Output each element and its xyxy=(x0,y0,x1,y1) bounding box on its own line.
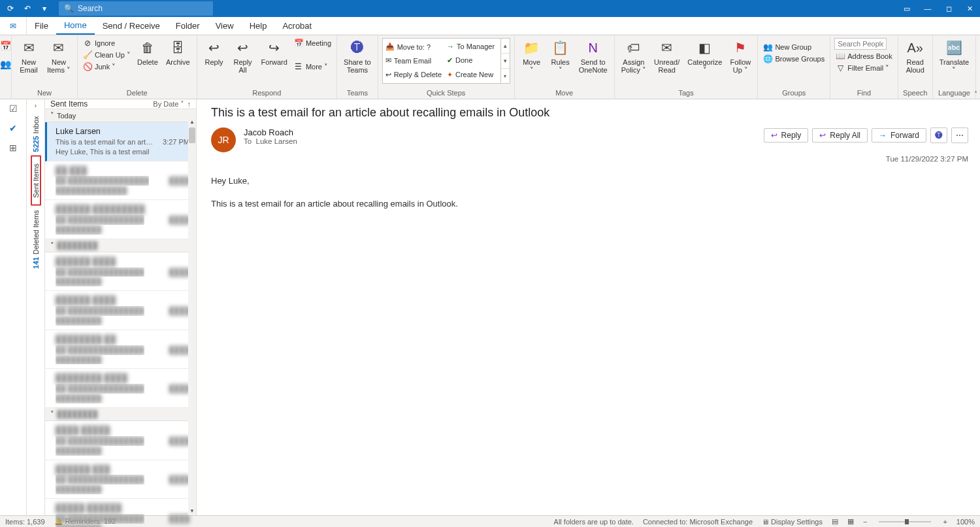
zoom-out-icon[interactable]: − xyxy=(863,518,867,526)
reply-all-button[interactable]: ↩Reply All xyxy=(230,38,256,75)
unread-read-button[interactable]: ✉Unread/ Read xyxy=(651,38,682,75)
message-item[interactable]: ██████ ██████ ██████████████████████████… xyxy=(45,252,196,292)
message-item[interactable]: ████████ ████ ██████████████████████████… xyxy=(45,330,196,369)
message-item[interactable]: ██ █████ ███████████████████████████████… xyxy=(45,162,196,201)
qs-create-new[interactable]: ✦Create New xyxy=(447,71,498,79)
meeting-button[interactable]: 📅Meeting xyxy=(293,38,333,48)
reading-subject: This is a test email for an article abou… xyxy=(211,106,968,120)
people-module-icon[interactable]: 👥 xyxy=(0,59,11,69)
deleted-count: 141 xyxy=(32,257,40,269)
message-item[interactable]: ██████ ██████ ██████████████████████████… xyxy=(45,291,196,330)
collapse-ribbon-icon[interactable]: ˄ xyxy=(974,90,977,97)
move-button[interactable]: 📁Move ˅ xyxy=(519,38,545,75)
todo-module-icon[interactable]: ✔ xyxy=(9,123,17,133)
reply-pill[interactable]: ↩Reply xyxy=(764,128,809,143)
scroll-up-icon[interactable]: ▲ xyxy=(189,118,195,126)
scroll-down-icon[interactable]: ▼ xyxy=(189,507,195,515)
reply-button[interactable]: ↩Reply xyxy=(201,38,227,67)
send-onenote-button[interactable]: NSend to OneNote xyxy=(576,38,610,75)
translate-button[interactable]: 🔤Translate ˅ xyxy=(937,38,972,75)
archive-button[interactable]: 🗄Archive xyxy=(163,38,193,67)
message-item[interactable]: ████ ███████ ███████████████████████████… xyxy=(45,421,196,460)
qs-to-manager[interactable]: →To Manager xyxy=(447,42,498,50)
message-group-today[interactable]: ˅Today xyxy=(45,109,196,122)
more-respond-button[interactable]: ☰More ˅ xyxy=(293,61,333,72)
message-item[interactable]: ████████ ██████ ████████████████████████… xyxy=(45,369,196,408)
tab-folder[interactable]: Folder xyxy=(168,17,208,35)
new-email-button[interactable]: ✉New Email xyxy=(16,38,42,75)
message-item[interactable]: ██████ ███████████ █████████████████████… xyxy=(45,200,196,239)
refresh-icon[interactable]: ⟳ xyxy=(4,2,17,15)
undo-icon[interactable]: ↶ xyxy=(21,2,34,15)
minimize-icon[interactable]: — xyxy=(917,0,938,17)
ignore-button[interactable]: ⊘Ignore xyxy=(82,38,132,48)
sort-direction-icon[interactable]: ↑ xyxy=(188,100,191,108)
message-group[interactable]: ˅████████ xyxy=(45,239,196,252)
qat-dropdown-icon[interactable]: ▾ xyxy=(38,2,51,15)
tab-help[interactable]: Help xyxy=(242,17,275,35)
assign-policy-button[interactable]: 🏷Assign Policy ˅ xyxy=(619,38,649,75)
mail-module-icon[interactable]: ✉ xyxy=(0,17,27,35)
close-icon[interactable]: ✕ xyxy=(959,0,980,17)
rules-button[interactable]: 📋Rules ˅ xyxy=(547,38,574,75)
folder-deleted-items[interactable]: 141 Deleted Items xyxy=(32,206,40,273)
filter-email-button[interactable]: ▽Filter Email ˅ xyxy=(834,63,893,73)
tab-home[interactable]: Home xyxy=(56,17,95,35)
qs-move-to[interactable]: 📥Move to: ? xyxy=(385,42,442,51)
new-group-button[interactable]: 👥New Group xyxy=(762,42,826,52)
delete-button[interactable]: 🗑Delete xyxy=(135,38,161,67)
zoom-level[interactable]: 100% xyxy=(956,518,975,526)
browse-groups-button[interactable]: 🌐Browse Groups xyxy=(762,54,826,64)
onenote-icon: N xyxy=(588,39,597,56)
share-teams-button[interactable]: 🅣Share to Teams xyxy=(341,38,374,75)
message-list-scrollbar[interactable]: ▲ ▼ xyxy=(188,118,196,515)
search-box[interactable]: 🔍 xyxy=(59,1,213,16)
maximize-icon[interactable]: ◻ xyxy=(938,0,959,17)
message-group[interactable]: ˅████████ xyxy=(45,408,196,421)
qs-done[interactable]: ✔Done xyxy=(447,56,498,65)
qs-reply-delete[interactable]: ↩Reply & Delete xyxy=(385,71,442,79)
expand-folder-pane-icon[interactable]: › xyxy=(35,102,37,109)
folder-sent-items[interactable]: Sent Items xyxy=(31,156,41,206)
calendar-module-icon[interactable]: 📅 xyxy=(0,41,11,51)
view-normal-icon[interactable]: ▤ xyxy=(832,517,838,526)
reading-to-label: To xyxy=(244,137,252,145)
follow-up-button[interactable]: ⚑Follow Up ˅ xyxy=(727,38,753,75)
folder-inbox[interactable]: 5225 Inbox xyxy=(32,112,40,156)
more-actions-icon[interactable]: ⋯ xyxy=(951,128,968,143)
view-reading-icon[interactable]: ▦ xyxy=(847,517,854,526)
ribbon-group-delete: ⊘Ignore 🧹Clean Up ˅ 🚫Junk ˅ 🗑Delete 🗄Arc… xyxy=(78,35,197,99)
junk-button[interactable]: 🚫Junk ˅ xyxy=(82,61,132,72)
categorize-button[interactable]: ◧Categorize ˅ xyxy=(685,38,725,75)
message-item[interactable]: █████ ████████ █████████████████████████… xyxy=(45,499,196,527)
cleanup-button[interactable]: 🧹Clean Up ˅ xyxy=(82,50,132,60)
tab-acrobat[interactable]: Acrobat xyxy=(274,17,319,35)
search-input[interactable] xyxy=(78,4,208,13)
forward-pill[interactable]: →Forward xyxy=(872,128,926,143)
scroll-thumb[interactable] xyxy=(189,128,195,143)
ribbon-display-icon[interactable]: ▭ xyxy=(896,0,917,17)
address-book-button[interactable]: 📖Address Book xyxy=(834,51,893,61)
tab-send-receive[interactable]: Send / Receive xyxy=(95,17,168,35)
display-settings-button[interactable]: Display Settings xyxy=(771,518,823,526)
tasks-module-icon[interactable]: ☑ xyxy=(9,103,18,114)
new-items-button[interactable]: ✉New Items ˅ xyxy=(44,38,73,75)
forward-button[interactable]: ↪Forward xyxy=(259,38,290,67)
tab-file[interactable]: File xyxy=(27,17,56,35)
tab-view[interactable]: View xyxy=(208,17,242,35)
message-item-selected[interactable]: Luke Larsen This is a test email for an … xyxy=(45,122,196,162)
qs-scroll[interactable]: ▲▼▾ xyxy=(500,39,510,83)
read-aloud-button[interactable]: A»Read Aloud xyxy=(902,38,928,75)
group-add-icon: 👥 xyxy=(763,42,772,52)
sort-button[interactable]: By Date ˅ xyxy=(153,100,184,109)
more-apps-icon[interactable]: ⊞ xyxy=(9,143,17,153)
search-people-input[interactable] xyxy=(834,38,887,50)
reply-all-pill[interactable]: ↩Reply All xyxy=(812,128,868,143)
zoom-slider[interactable] xyxy=(879,521,931,522)
zoom-in-icon[interactable]: + xyxy=(943,518,947,526)
quick-steps-gallery[interactable]: 📥Move to: ? ✉Team Email ↩Reply & Delete … xyxy=(382,38,510,84)
status-connected: Connected to: Microsoft Exchange xyxy=(643,518,753,526)
qs-team-email[interactable]: ✉Team Email xyxy=(385,56,442,65)
message-item[interactable]: ██████ █████ ███████████████████████████… xyxy=(45,460,196,500)
teams-share-icon[interactable]: 🅣 xyxy=(930,128,947,143)
